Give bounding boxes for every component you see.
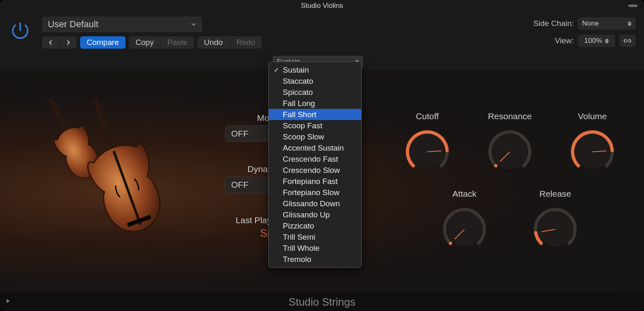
articulation-option[interactable]: Tremolo (269, 254, 361, 265)
release-label: Release (539, 189, 571, 199)
cutoff-label: Cutoff (416, 111, 439, 121)
cutoff-knob[interactable] (402, 127, 452, 177)
paste-button[interactable]: Paste (161, 36, 194, 49)
sidechain-label: Side Chain: (533, 19, 574, 28)
svg-rect-2 (88, 99, 117, 154)
articulation-option[interactable]: Accented Sustain (269, 142, 361, 153)
articulation-option[interactable]: Glissando Up (269, 209, 361, 220)
preset-nav (42, 36, 77, 49)
articulation-option[interactable]: Trill Whole (269, 243, 361, 254)
link-button[interactable] (619, 35, 636, 47)
sidechain-value: None (582, 19, 599, 28)
titlebar: Studio Violins (0, 0, 644, 12)
chevron-down-icon (191, 21, 197, 27)
view-zoom-select[interactable]: 100% (578, 35, 615, 47)
window-handle-icon (628, 5, 637, 7)
volume-label: Volume (578, 111, 607, 121)
articulation-option[interactable]: Staccato (269, 75, 361, 87)
window-title: Studio Violins (301, 2, 343, 10)
footer-title: Studio Strings (289, 296, 355, 309)
articulation-option[interactable]: Fall Short (269, 109, 361, 120)
undo-button[interactable]: Undo (197, 36, 230, 49)
articulation-option[interactable]: Scoop Fast (269, 120, 361, 131)
monophonic-value: OFF (231, 129, 249, 139)
sidechain-select[interactable]: None (578, 17, 636, 30)
articulation-dropdown[interactable]: SustainStaccatoSpiccatoFall LongFall Sho… (268, 61, 362, 268)
link-icon (623, 38, 632, 44)
next-preset-button[interactable] (59, 36, 77, 49)
violins-icon (21, 99, 178, 276)
preset-label: User Default (48, 19, 98, 30)
prev-preset-button[interactable] (42, 36, 59, 49)
footer: Studio Strings (0, 293, 644, 311)
chevron-right-icon (66, 40, 71, 45)
volume-knob[interactable] (568, 127, 617, 177)
view-zoom-value: 100% (584, 37, 602, 45)
articulation-option[interactable]: Crescendo Fast (269, 153, 361, 165)
release-knob[interactable] (530, 205, 580, 254)
articulation-option[interactable]: Fall Long (269, 98, 361, 109)
articulation-option[interactable]: Spiccato (269, 87, 361, 98)
toolbar: User Default Compare Copy Paste (0, 12, 644, 54)
attack-label: Attack (452, 189, 476, 199)
power-icon (9, 20, 31, 42)
articulation-option[interactable]: Fortepiano Slow (269, 187, 361, 198)
instrument-image (21, 99, 178, 276)
articulation-option[interactable]: Fortepiano Fast (269, 176, 361, 187)
resonance-knob[interactable] (485, 127, 535, 177)
chevron-left-icon (48, 40, 53, 45)
disclosure-button[interactable] (6, 298, 11, 306)
preset-select[interactable]: User Default (42, 16, 202, 32)
articulation-option[interactable]: Scoop Slow (269, 131, 361, 142)
copy-button[interactable]: Copy (129, 36, 161, 49)
articulation-option[interactable]: Sustain (269, 64, 361, 75)
view-label: View: (555, 36, 574, 45)
attack-knob[interactable] (440, 205, 489, 254)
compare-button[interactable]: Compare (80, 36, 125, 49)
dynamics-value: OFF (231, 180, 249, 190)
updown-icon (605, 38, 609, 44)
articulation-option[interactable]: Crescendo Slow (269, 165, 361, 176)
resonance-label: Resonance (488, 111, 532, 121)
redo-button[interactable]: Redo (230, 36, 262, 49)
articulation-option[interactable]: Pizzicato (269, 220, 361, 231)
articulation-option[interactable]: Glissando Down (269, 198, 361, 209)
articulation-option[interactable]: Trill Semi (269, 231, 361, 243)
play-triangle-icon (6, 298, 11, 304)
updown-icon (627, 21, 632, 26)
power-button[interactable] (6, 16, 35, 45)
